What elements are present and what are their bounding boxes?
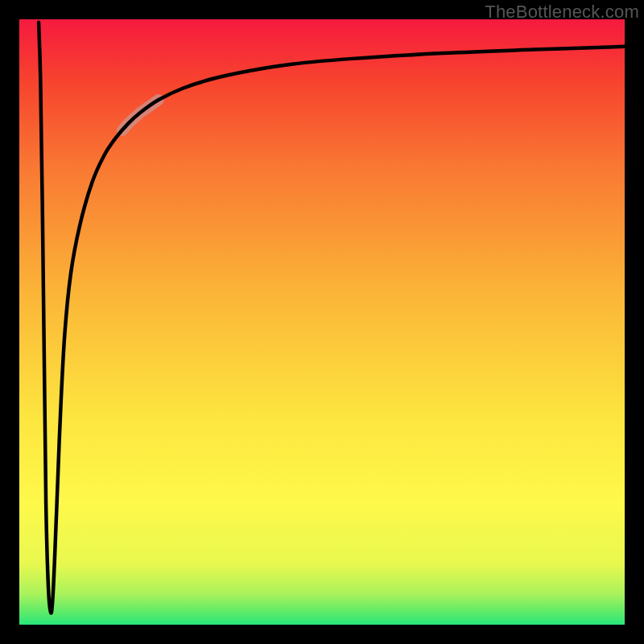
bottleneck-curve-chart <box>0 0 644 644</box>
chart-background <box>19 19 625 625</box>
chart-stage: TheBottleneck.com <box>0 0 644 644</box>
watermark-text: TheBottleneck.com <box>485 2 639 23</box>
